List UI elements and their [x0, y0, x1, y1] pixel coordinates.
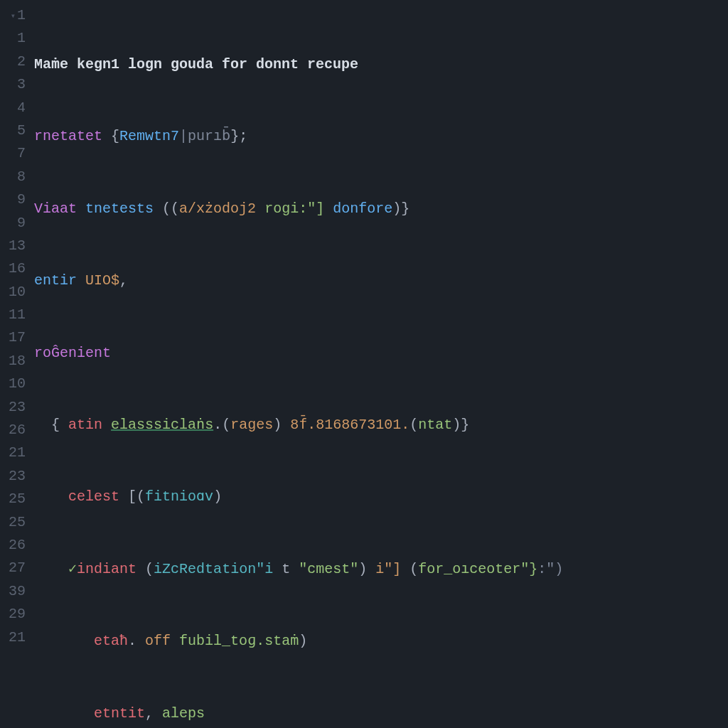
code-line[interactable]: rnetatet {Remwtn7|purıb̄}; — [34, 125, 728, 148]
line-number: 27 — [0, 557, 26, 579]
line-number: 9 — [0, 188, 26, 211]
code-line[interactable]: etntit, aleps — [34, 702, 728, 725]
line-number: 26 — [0, 419, 26, 441]
line-number: 26 — [0, 534, 26, 557]
code-line[interactable]: entir UIO$, — [34, 269, 728, 292]
line-number: 10 — [0, 373, 26, 395]
line-number-gutter: 1123457899131610111718102326212325252627… — [0, 4, 31, 728]
file-title: Maṁe kegn1 logn gouda for donnt recupe — [34, 56, 358, 73]
line-number: 16 — [0, 257, 26, 280]
line-number: 23 — [0, 465, 26, 488]
line-number: 8 — [0, 166, 26, 188]
line-number: 13 — [0, 235, 26, 257]
code-line[interactable]: etaħ. off fubil_toɡ.staṁ) — [34, 630, 728, 653]
line-number: 7 — [0, 142, 26, 165]
line-number: 5 — [0, 119, 26, 142]
line-number: 11 — [0, 304, 26, 326]
line-number: 25 — [0, 511, 26, 534]
line-number: 29 — [0, 603, 26, 626]
line-number: 9 — [0, 212, 26, 235]
line-number: 4 — [0, 97, 26, 119]
code-line[interactable]: ✓indiant (iZcRedtation"i t "cmest") i"] … — [34, 558, 728, 581]
code-area[interactable]: Maṁe kegn1 logn gouda for donnt recupe r… — [31, 4, 728, 728]
line-number: 1 — [0, 4, 26, 27]
line-number: 2 — [0, 50, 26, 73]
code-line[interactable]: Maṁe kegn1 logn gouda for donnt recupe — [34, 53, 728, 76]
line-number: 1 — [0, 27, 26, 50]
line-number: 10 — [0, 281, 26, 304]
line-number: 25 — [0, 488, 26, 510]
code-line[interactable]: roĜenient — [34, 342, 728, 365]
line-number: 18 — [0, 350, 26, 373]
line-number: 21 — [0, 626, 26, 649]
check-icon: ✓ — [68, 561, 77, 577]
line-number: 39 — [0, 580, 26, 603]
line-number: 3 — [0, 73, 26, 96]
line-number: 17 — [0, 326, 26, 349]
code-editor[interactable]: 1123457899131610111718102326212325252627… — [0, 0, 728, 728]
code-line[interactable]: { atin elasssiclaṅs.(rages) 8f̄.81686731… — [34, 414, 728, 437]
code-line[interactable]: Viaat tnetests ((a/xżodoj2 rogi:"] donfo… — [34, 198, 728, 220]
line-number: 21 — [0, 441, 26, 464]
code-line[interactable]: celest [(fitnioɑv) — [34, 486, 728, 508]
line-number: 23 — [0, 396, 26, 419]
